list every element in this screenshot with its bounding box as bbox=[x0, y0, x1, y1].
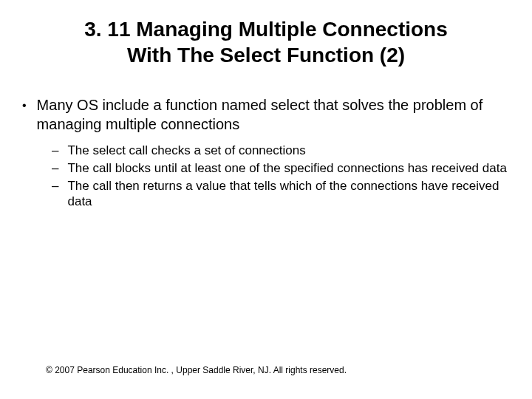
list-item: Many OS include a function named select … bbox=[19, 96, 513, 134]
copyright-footer: © 2007 Pearson Education Inc. , Upper Sa… bbox=[46, 365, 347, 375]
sub-bullet-text: The select call checks a set of connecti… bbox=[67, 143, 513, 159]
main-bullet-list: Many OS include a function named select … bbox=[0, 96, 532, 134]
sub-bullet-text: The call blocks until at least one of th… bbox=[67, 160, 513, 177]
list-item: The call blocks until at least one of th… bbox=[52, 160, 513, 177]
slide-title-line1: 3. 11 Managing Multiple Connections bbox=[84, 18, 448, 41]
slide-title: 3. 11 Managing Multiple Connections With… bbox=[0, 16, 532, 68]
list-item: The select call checks a set of connecti… bbox=[52, 143, 513, 159]
sub-bullet-list: The select call checks a set of connecti… bbox=[0, 143, 532, 210]
slide-title-line2: With The Select Function (2) bbox=[127, 44, 405, 66]
bullet-text: Many OS include a function named select … bbox=[37, 96, 513, 134]
list-item: The call then returns a value that tells… bbox=[52, 178, 513, 211]
sub-bullet-text: The call then returns a value that tells… bbox=[67, 178, 513, 211]
